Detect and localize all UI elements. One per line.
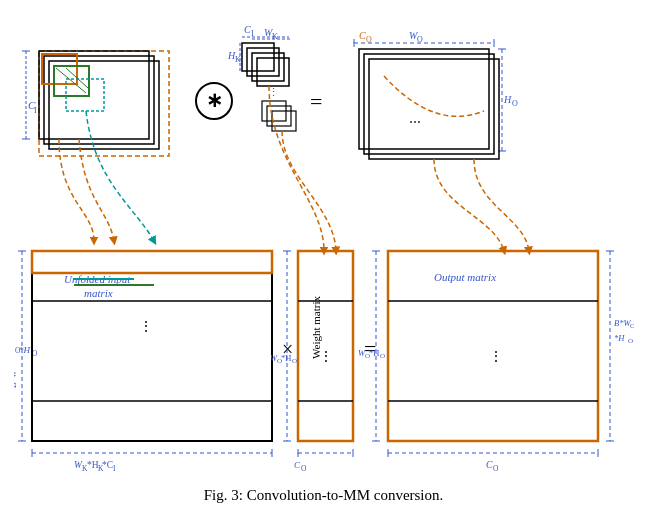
svg-rect-31 [267, 106, 291, 126]
svg-text:*H: *H [19, 345, 31, 355]
svg-text:O: O [630, 322, 634, 330]
svg-text:Output matrix: Output matrix [434, 271, 496, 283]
svg-text:*C: *C [102, 460, 113, 470]
svg-text:O: O [380, 352, 385, 360]
svg-text:O: O [493, 464, 499, 473]
svg-text:∗: ∗ [206, 89, 223, 111]
svg-rect-76 [298, 251, 353, 441]
svg-line-7 [56, 68, 86, 93]
svg-text:H: H [503, 94, 512, 105]
svg-text:O: O [366, 35, 372, 44]
figure-caption: Fig. 3: Convolution-to-MM conversion. [204, 487, 444, 504]
svg-text:C: C [359, 30, 366, 41]
svg-text:*H: *H [369, 348, 379, 358]
diagram: C I ∗ H K W K ⋮ C I [14, 21, 634, 481]
svg-rect-46 [359, 49, 489, 149]
svg-rect-58 [32, 251, 272, 273]
svg-text:I: I [113, 464, 116, 473]
svg-text:O: O [417, 35, 423, 44]
svg-text:*H: *H [614, 333, 625, 343]
svg-text:⋮: ⋮ [489, 349, 503, 364]
svg-text:Weight matrix: Weight matrix [310, 296, 322, 359]
svg-text:B*W: B*W [14, 369, 18, 388]
svg-text:O: O [628, 337, 633, 345]
svg-rect-2 [44, 56, 154, 144]
svg-text:K: K [235, 55, 241, 64]
svg-text:=: = [310, 89, 322, 114]
svg-text:⋯: ⋯ [409, 115, 421, 129]
svg-text:I: I [34, 106, 37, 115]
svg-text:C: C [294, 460, 301, 470]
figure-container: C I ∗ H K W K ⋮ C I [14, 21, 634, 504]
svg-text:*H: *H [281, 353, 291, 363]
svg-rect-47 [364, 54, 494, 154]
svg-text:*H: *H [87, 460, 99, 470]
svg-text:⋮: ⋮ [139, 319, 153, 334]
svg-text:C: C [486, 460, 493, 470]
svg-rect-48 [369, 59, 499, 159]
svg-rect-1 [49, 61, 159, 149]
svg-text:matrix: matrix [84, 287, 113, 299]
svg-text:C: C [244, 24, 251, 35]
caption-text: Fig. 3: Convolution-to-MM conversion. [204, 487, 444, 503]
svg-text:O: O [292, 357, 297, 365]
svg-text:O: O [301, 464, 307, 473]
svg-text:B*W: B*W [614, 318, 631, 328]
svg-text:O: O [512, 99, 518, 108]
